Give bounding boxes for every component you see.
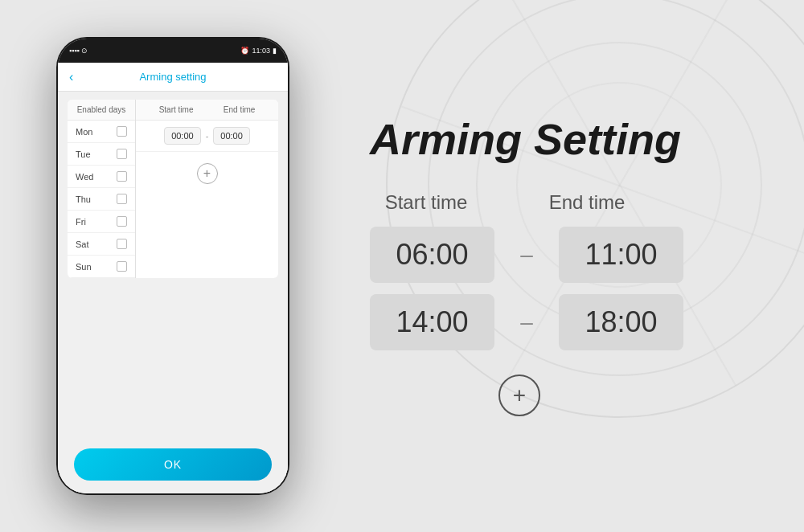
day-checkbox-wed[interactable]: [117, 171, 127, 182]
status-bar-right: ⏰ 11:03 ▮: [240, 47, 277, 55]
day-checkbox-sat[interactable]: [117, 239, 127, 249]
day-row-thu: Thu: [68, 188, 135, 211]
status-bar: ▪▪▪▪ ⊙ ⏰ 11:03 ▮: [58, 39, 288, 63]
add-period-icon: +: [203, 167, 211, 180]
periods-column: Start time End time 00:00 - 00:00 +: [136, 100, 278, 278]
days-column: Enabled days Mon Tue Wed: [68, 100, 136, 278]
day-label-tue: Tue: [76, 149, 91, 159]
day-checkbox-tue[interactable]: [117, 149, 127, 159]
days-column-header: Enabled days: [68, 100, 135, 121]
time-row-2-start[interactable]: 14:00: [370, 294, 494, 350]
add-period-button[interactable]: +: [197, 163, 218, 184]
app-header: ‹ Arming setting: [58, 63, 288, 92]
back-button[interactable]: ‹: [69, 70, 73, 84]
day-row-wed: Wed: [68, 166, 135, 188]
arming-columns: Enabled days Mon Tue Wed: [68, 100, 278, 278]
phone-mockup: ▪▪▪▪ ⊙ ⏰ 11:03 ▮ ‹ Arming setting: [56, 37, 289, 495]
add-time-icon: +: [513, 383, 526, 408]
signal-icon: ▪▪▪▪: [69, 47, 80, 55]
periods-header: Start time End time: [136, 100, 278, 121]
time-row-1-end[interactable]: 11:00: [559, 227, 683, 283]
app-title: Arming setting: [139, 71, 206, 83]
period-1-dash: -: [206, 131, 209, 141]
day-label-thu: Thu: [76, 194, 91, 204]
day-row-sat: Sat: [68, 233, 135, 256]
status-time: 11:03: [252, 47, 270, 55]
end-time-col-header: End time: [224, 105, 255, 114]
alarm-icon: ⏰: [240, 47, 249, 55]
period-1-start[interactable]: 00:00: [164, 127, 201, 145]
day-row-mon: Mon: [68, 121, 135, 143]
app-content: Enabled days Mon Tue Wed: [58, 92, 288, 439]
time-row-2-separator: –: [511, 309, 543, 335]
period-row-1: 00:00 - 00:00: [136, 121, 278, 152]
day-checkbox-thu[interactable]: [117, 194, 127, 204]
day-label-sun: Sun: [76, 262, 92, 272]
period-1-end[interactable]: 00:00: [213, 127, 250, 145]
wifi-icon: ⊙: [81, 47, 88, 55]
phone-screen: ‹ Arming setting Enabled days Mon: [58, 63, 288, 493]
phone-section: ▪▪▪▪ ⊙ ⏰ 11:03 ▮ ‹ Arming setting: [0, 0, 346, 532]
day-row-tue: Tue: [68, 143, 135, 166]
add-time-button[interactable]: +: [498, 374, 540, 416]
status-bar-left: ▪▪▪▪ ⊙: [69, 47, 88, 55]
battery-icon: ▮: [273, 47, 277, 55]
day-label-fri: Fri: [76, 217, 86, 227]
add-period-row: +: [136, 152, 278, 195]
time-table: Start time End time 06:00 – 11:00 14:00 …: [370, 191, 764, 362]
time-row-2-end[interactable]: 18:00: [559, 294, 683, 350]
time-row-1-separator: –: [511, 242, 543, 268]
day-checkbox-mon[interactable]: [117, 126, 127, 137]
app-footer: OK: [58, 439, 288, 493]
time-row-1: 06:00 – 11:00: [370, 227, 764, 283]
day-row-fri: Fri: [68, 211, 135, 233]
day-checkbox-fri[interactable]: [117, 216, 127, 227]
day-row-sun: Sun: [68, 256, 135, 278]
day-label-sat: Sat: [76, 239, 89, 249]
time-row-2: 14:00 – 18:00: [370, 294, 764, 350]
end-time-header: End time: [531, 191, 643, 214]
time-table-headers: Start time End time: [370, 191, 764, 214]
ok-button[interactable]: OK: [74, 448, 272, 481]
time-row-1-start[interactable]: 06:00: [370, 227, 494, 283]
start-time-header: Start time: [370, 191, 482, 214]
main-section: Arming Setting Start time End time 06:00…: [346, 0, 804, 532]
start-time-col-header: Start time: [159, 105, 194, 114]
page-title: Arming Setting: [370, 116, 764, 163]
day-checkbox-sun[interactable]: [117, 261, 127, 272]
day-label-mon: Mon: [76, 127, 92, 137]
day-label-wed: Wed: [76, 172, 93, 182]
